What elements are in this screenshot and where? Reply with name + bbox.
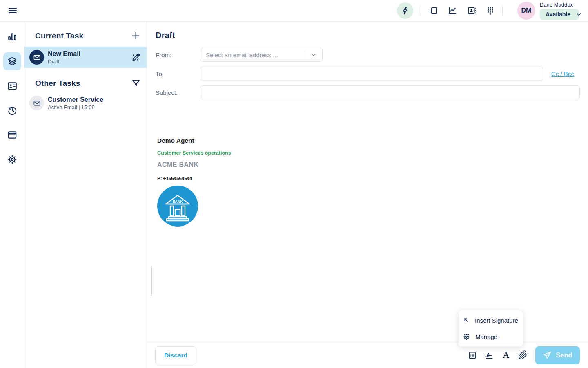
sidebar-item-contacts[interactable] <box>3 77 21 95</box>
arrow-up-left-icon <box>463 316 470 324</box>
status-dropdown[interactable]: Available <box>540 9 579 20</box>
subject-input[interactable] <box>200 85 580 99</box>
contact-card-icon <box>467 6 477 16</box>
task-item-new-email[interactable]: New Email Draft <box>24 47 147 68</box>
task-item-customer-service[interactable]: Customer Service Active Email | 15:09 <box>24 92 147 114</box>
signature-block: Demo Agent Customer Services operations … <box>157 137 580 227</box>
paper-plane-icon <box>543 351 552 360</box>
email-avatar <box>29 96 44 110</box>
contact-card-icon <box>7 81 18 91</box>
send-button[interactable]: Send <box>535 346 580 364</box>
subject-row: Subject: <box>156 85 580 99</box>
sidebar-item-history[interactable] <box>3 101 21 119</box>
signature-popover: Insert Signature Manage <box>458 310 523 347</box>
filter-tasks-button[interactable] <box>131 79 141 88</box>
to-label: To: <box>156 70 200 77</box>
scrollbar-thumb[interactable] <box>151 266 152 296</box>
sidebar-item-settings[interactable] <box>3 150 21 168</box>
sidebar-item-tasks[interactable] <box>3 52 21 70</box>
task-text: New Email Draft <box>48 50 127 65</box>
gear-icon <box>7 154 18 165</box>
task-title: Customer Service <box>48 96 141 103</box>
browser-window-icon <box>7 130 18 140</box>
user-name: Dane Maddox <box>540 2 579 8</box>
attach-file-button[interactable] <box>518 350 528 360</box>
signature-phone: P: +1564564644 <box>157 176 580 181</box>
manage-signatures-item[interactable]: Manage <box>459 328 523 345</box>
task-panel: Current Task New Email Draft Othe <box>24 22 147 368</box>
signature-role: Customer Services operations <box>157 150 580 156</box>
signature-name: Demo Agent <box>157 137 580 144</box>
add-task-button[interactable] <box>131 31 141 41</box>
quick-actions-button[interactable] <box>397 2 413 19</box>
from-label: From: <box>156 52 200 58</box>
hamburger-menu-button[interactable] <box>7 5 18 16</box>
panels-icon <box>428 6 438 16</box>
font-format-button[interactable]: A <box>501 350 511 360</box>
current-task-title: Current Task <box>35 31 83 40</box>
template-list-icon <box>468 351 477 360</box>
user-block: Dane Maddox Available <box>540 2 579 20</box>
topbar-right-cluster: DM Dane Maddox Available <box>397 2 579 20</box>
subject-label: Subject: <box>156 89 200 96</box>
task-subtitle: Draft <box>48 58 127 65</box>
discard-button[interactable]: Discard <box>155 346 196 364</box>
contacts-button[interactable] <box>467 6 477 16</box>
gear-icon <box>463 333 470 341</box>
draft-pane: Draft From: Select an email address ... … <box>147 22 588 368</box>
topbar: DM Dane Maddox Available <box>0 0 588 22</box>
bank-logo: BANK <box>157 186 580 227</box>
from-row: From: Select an email address ... <box>156 48 580 62</box>
current-task-header: Current Task <box>24 22 147 47</box>
line-chart-icon <box>448 6 457 16</box>
layers-icon <box>7 56 18 67</box>
email-avatar <box>29 50 44 65</box>
plus-icon <box>131 31 141 41</box>
from-placeholder: Select an email address ... <box>200 52 305 58</box>
side-panels-button[interactable] <box>428 6 438 16</box>
chevron-down-icon <box>305 52 322 58</box>
dialpad-button[interactable] <box>486 6 495 15</box>
icon-rail <box>0 22 24 368</box>
email-header-form: From: Select an email address ... To: Cc… <box>156 48 580 99</box>
task-text: Customer Service Active Email | 15:09 <box>48 96 141 110</box>
signature-company: ACME BANK <box>157 161 580 168</box>
insert-signature-button[interactable] <box>484 350 494 360</box>
hamburger-icon <box>7 5 18 16</box>
sidebar-item-apps[interactable] <box>3 126 21 144</box>
from-select[interactable]: Select an email address ... <box>200 48 323 62</box>
pen-icon <box>131 52 141 63</box>
avatar[interactable]: DM <box>517 2 535 20</box>
sidebar-item-dashboard[interactable] <box>3 28 21 46</box>
topbar-icon-group <box>428 6 495 16</box>
history-icon <box>7 105 18 116</box>
cc-bcc-link[interactable]: Cc / Bcc <box>551 70 574 77</box>
bank-logo-text: BANK <box>173 200 183 204</box>
page-title: Draft <box>156 31 580 40</box>
status-label: Available <box>546 11 570 18</box>
analytics-button[interactable] <box>448 6 457 16</box>
other-tasks-header: Other Tasks <box>24 68 147 92</box>
to-input[interactable] <box>200 67 543 81</box>
insert-signature-item[interactable]: Insert Signature <box>459 312 523 328</box>
filter-funnel-icon <box>131 79 141 88</box>
font-icon: A <box>503 351 509 359</box>
dialpad-icon <box>486 6 495 15</box>
composer-toolbar: A <box>468 350 528 360</box>
insert-signature-label: Insert Signature <box>475 317 518 324</box>
lightning-icon <box>397 2 413 19</box>
templates-button[interactable] <box>468 350 477 360</box>
paperclip-icon <box>518 350 528 360</box>
manage-signatures-label: Manage <box>475 333 497 340</box>
task-subtitle: Active Email | 15:09 <box>48 104 141 110</box>
topbar-divider <box>421 5 421 16</box>
other-tasks-title: Other Tasks <box>35 79 80 88</box>
send-label: Send <box>556 351 572 359</box>
bar-chart-icon <box>7 31 18 42</box>
signature-icon <box>484 350 494 360</box>
topbar-divider <box>502 5 503 16</box>
compose-edit-button[interactable] <box>131 52 141 63</box>
to-row: To: Cc / Bcc <box>156 67 580 81</box>
chevron-down-icon <box>576 12 581 17</box>
task-title: New Email <box>48 50 127 58</box>
